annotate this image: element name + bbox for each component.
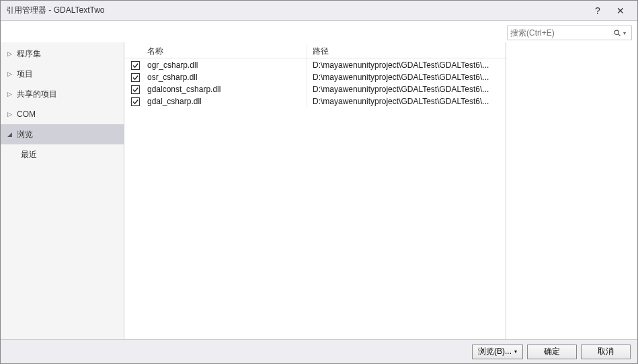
chevron-down-icon: ◢	[6, 131, 13, 138]
chevron-down-icon: ▾	[514, 349, 517, 355]
help-button[interactable]: ?	[586, 2, 609, 19]
sidebar-item-label: 最近	[21, 149, 37, 161]
footer: 浏览(B)... ▾ 确定 取消	[1, 339, 637, 363]
cell-name: gdalconst_csharp.dll	[146, 83, 307, 95]
cell-name: gdal_csharp.dll	[146, 95, 307, 107]
cell-name: osr_csharp.dll	[146, 71, 307, 83]
chevron-right-icon: ▷	[6, 71, 13, 77]
checkbox[interactable]	[131, 73, 140, 82]
button-label: 浏览(B)...	[478, 346, 512, 357]
col-name-header[interactable]: 名称	[146, 45, 307, 58]
checkbox[interactable]	[131, 85, 140, 94]
close-button[interactable]: ✕	[609, 2, 632, 19]
content: ▷ 程序集 ▷ 项目 ▷ 共享的项目 ▷ COM ◢ 浏览 最近 名称 路径	[1, 42, 637, 339]
ok-button[interactable]: 确定	[527, 345, 577, 359]
sidebar-item-assemblies[interactable]: ▷ 程序集	[1, 44, 124, 64]
browse-button[interactable]: 浏览(B)... ▾	[472, 345, 523, 359]
cell-path: D:\mayawenunityproject\GDALTest\GDALTest…	[307, 71, 506, 83]
list-row[interactable]: osr_csharp.dll D:\mayawenunityproject\GD…	[124, 71, 506, 83]
main-list: 名称 路径 ogr_csharp.dll D:\mayawenunityproj…	[124, 42, 506, 339]
chevron-down-icon[interactable]: ▾	[623, 30, 629, 36]
sidebar-item-label: 项目	[17, 69, 33, 80]
chevron-right-icon: ▷	[6, 50, 13, 57]
search-box[interactable]: ▾	[507, 26, 632, 40]
chevron-right-icon: ▷	[6, 91, 13, 97]
svg-line-1	[619, 34, 621, 36]
list-header: 名称 路径	[124, 42, 506, 58]
sidebar-item-label: COM	[17, 109, 36, 119]
sidebar-item-label: 共享的项目	[17, 89, 57, 100]
cell-path: D:\mayawenunityproject\GDALTest\GDALTest…	[307, 59, 506, 71]
search-icon[interactable]	[612, 29, 622, 37]
sidebar-item-com[interactable]: ▷ COM	[1, 104, 124, 124]
list-body: ogr_csharp.dll D:\mayawenunityproject\GD…	[124, 58, 506, 339]
sidebar-item-browse[interactable]: ◢ 浏览	[1, 124, 124, 144]
col-path-header[interactable]: 路径	[307, 45, 506, 58]
list-row[interactable]: gdal_csharp.dll D:\mayawenunityproject\G…	[124, 95, 506, 107]
sidebar-item-recent[interactable]: 最近	[1, 144, 124, 165]
sidebar-item-projects[interactable]: ▷ 项目	[1, 64, 124, 84]
cell-name: ogr_csharp.dll	[146, 59, 307, 71]
list-row[interactable]: gdalconst_csharp.dll D:\mayawenunityproj…	[124, 83, 506, 95]
chevron-right-icon: ▷	[6, 111, 13, 118]
svg-point-0	[614, 30, 619, 34]
cell-path: D:\mayawenunityproject\GDALTest\GDALTest…	[307, 83, 506, 95]
checkbox[interactable]	[131, 61, 140, 70]
cancel-button[interactable]: 取消	[581, 345, 631, 359]
checkbox[interactable]	[131, 97, 140, 106]
list-row[interactable]: ogr_csharp.dll D:\mayawenunityproject\GD…	[124, 59, 506, 71]
window-controls: ? ✕	[586, 2, 632, 19]
titlebar: 引用管理器 - GDALTextTwo ? ✕	[1, 1, 637, 21]
sidebar-item-label: 浏览	[17, 129, 33, 140]
toolbar: ▾	[1, 21, 637, 42]
window-title: 引用管理器 - GDALTextTwo	[6, 5, 586, 16]
sidebar-item-shared[interactable]: ▷ 共享的项目	[1, 84, 124, 104]
cell-path: D:\mayawenunityproject\GDALTest\GDALTest…	[307, 95, 506, 107]
sidebar: ▷ 程序集 ▷ 项目 ▷ 共享的项目 ▷ COM ◢ 浏览 最近	[1, 42, 124, 339]
search-input[interactable]	[510, 28, 612, 38]
details-pane	[506, 42, 637, 339]
sidebar-item-label: 程序集	[17, 48, 41, 60]
